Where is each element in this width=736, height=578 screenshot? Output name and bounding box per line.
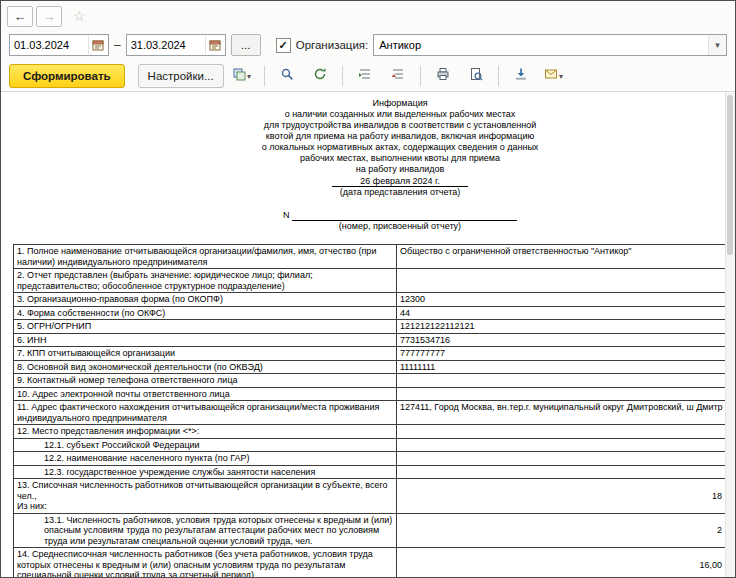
table-row: 12.1. субъект Российской Федерации	[14, 438, 726, 452]
table-row: 13.1. Численность работников, условия тр…	[14, 513, 726, 548]
row-value: 777777777	[397, 347, 726, 361]
collapse-groups-icon	[391, 67, 405, 85]
row-value: 121212122112121	[397, 320, 726, 334]
report-table-body: 1. Полное наименование отчитывающейся ор…	[14, 245, 726, 578]
table-row: 14. Среднесписочная численность работник…	[14, 548, 726, 578]
chevron-down-icon[interactable]: ▾	[708, 35, 726, 55]
report-title-line: о локальных нормативных актах, содержащи…	[73, 142, 727, 153]
row-value	[397, 452, 726, 466]
table-row: 9. Контактный номер телефона ответственн…	[14, 374, 726, 388]
report-table: 1. Полное наименование отчитывающейся ор…	[13, 244, 726, 578]
row-value: 2	[397, 513, 726, 548]
print-preview-button[interactable]	[461, 64, 491, 88]
date-to-input[interactable]	[127, 39, 205, 51]
print-button[interactable]	[428, 64, 458, 88]
date-range-separator: –	[114, 38, 121, 52]
settings-button[interactable]: Настройки...	[138, 64, 224, 88]
chevron-down-icon: ▾	[559, 72, 563, 81]
report-title-line: для трудоустройства инвалидов в соответс…	[73, 120, 727, 131]
table-row: 12.3. государственное учреждение службы …	[14, 465, 726, 479]
collapse-groups-button[interactable]	[383, 64, 413, 88]
table-row: 2. Отчет представлен (выбрать значение: …	[14, 269, 726, 293]
table-row: 11. Адрес фактического нахождения отчиты…	[14, 401, 726, 425]
row-label: 9. Контактный номер телефона ответственн…	[14, 374, 397, 388]
row-label: 13.1. Численность работников, условия тр…	[14, 513, 397, 548]
favorite-star-icon[interactable]: ☆	[73, 8, 86, 24]
chevron-down-icon: ▾	[247, 72, 251, 81]
row-value: 127411, Город Москва, вн.тер.г. муниципа…	[397, 401, 726, 425]
row-label: 12.1. субъект Российской Федерации	[14, 438, 397, 452]
envelope-icon	[544, 67, 558, 85]
download-icon	[514, 67, 528, 85]
row-value: 44	[397, 306, 726, 320]
date-from-field	[9, 34, 109, 56]
generate-button[interactable]: Сформировать	[9, 64, 125, 88]
expand-groups-icon	[358, 67, 372, 85]
report-title-line: квотой для приема на работу инвалидов, в…	[73, 131, 727, 142]
report-title-line: о наличии созданных или выделенных рабоч…	[73, 109, 727, 120]
report-number-line: N	[73, 210, 727, 221]
report-title-line: на работу инвалидов	[73, 164, 727, 175]
calendar-icon[interactable]	[88, 36, 107, 54]
row-value	[397, 374, 726, 388]
search-button[interactable]	[272, 64, 302, 88]
toolbar-separator	[498, 66, 499, 86]
row-label: 12.3. государственное учреждение службы …	[14, 465, 397, 479]
table-row: 4. Форма собственности (по ОКФС)44	[14, 306, 726, 320]
row-value: 12300	[397, 293, 726, 307]
row-label: 7. КПП отчитывающейся организации	[14, 347, 397, 361]
print-preview-icon	[469, 67, 483, 85]
filter-toolbar: – ... ✓ Организация: Антикор ▾	[1, 29, 735, 61]
organization-label: Организация:	[296, 39, 369, 51]
row-value: 18	[397, 479, 726, 514]
email-button[interactable]: ▾	[539, 64, 569, 88]
organization-combobox[interactable]: Антикор ▾	[373, 34, 727, 56]
report-date-line: 26 февраля 2024 г.	[73, 176, 727, 187]
row-value	[397, 425, 726, 439]
row-value: 11111111	[397, 360, 726, 374]
report-number-caption: (номер, присвоенный отчету)	[73, 221, 727, 232]
vertical-scrollbar[interactable]	[725, 92, 735, 578]
table-row: 3. Организационно-правовая форма (по ОКО…	[14, 293, 726, 307]
toolbar-separator	[264, 66, 265, 86]
report-date: 26 февраля 2024 г.	[332, 176, 468, 187]
row-value	[397, 438, 726, 452]
row-label: 3. Организационно-правовая форма (по ОКО…	[14, 293, 397, 307]
row-label: 5. ОГРН/ОГРНИП	[14, 320, 397, 334]
back-arrow-icon: ←	[14, 9, 27, 24]
table-row: 12.2. наименование населенного пункта (п…	[14, 452, 726, 466]
row-label: 8. Основной вид экономической деятельнос…	[14, 360, 397, 374]
table-row: 10. Адрес электронной почты ответственно…	[14, 387, 726, 401]
forward-button[interactable]: →	[36, 6, 62, 27]
toolbar-separator	[420, 66, 421, 86]
printer-icon	[436, 67, 450, 85]
search-icon	[280, 67, 294, 85]
row-label: 13. Списочная численность работников отч…	[14, 479, 397, 514]
row-label: 10. Адрес электронной почты ответственно…	[14, 387, 397, 401]
action-toolbar: Сформировать Настройки... ▾	[1, 61, 735, 92]
save-button[interactable]	[506, 64, 536, 88]
report-title-line: Информация	[73, 98, 727, 109]
row-label: 12.2. наименование населенного пункта (п…	[14, 452, 397, 466]
output-variant-button[interactable]: ▾	[227, 64, 257, 88]
row-label: 12. Место представления информации <*>:	[14, 425, 397, 439]
organization-checkbox[interactable]: ✓	[276, 38, 291, 53]
report-date-caption: (дата представления отчета)	[73, 187, 727, 198]
scrollbar-thumb[interactable]	[727, 95, 733, 255]
period-more-button[interactable]: ...	[231, 34, 261, 56]
report-window: ← → ☆ – ... ✓ Организация: Антикор ▾	[0, 0, 736, 578]
report-area: Информацияо наличии созданных или выделе…	[1, 92, 735, 578]
date-from-input[interactable]	[10, 39, 88, 51]
refresh-button[interactable]	[305, 64, 335, 88]
row-value	[397, 387, 726, 401]
calendar-icon[interactable]	[205, 36, 224, 54]
row-label: 14. Среднесписочная численность работник…	[14, 548, 397, 578]
table-row: 6. ИНН7731534716	[14, 333, 726, 347]
row-value	[397, 269, 726, 293]
table-row: 8. Основной вид экономической деятельнос…	[14, 360, 726, 374]
report-document: Информацияо наличии созданных или выделе…	[13, 98, 727, 578]
table-row: 5. ОГРН/ОГРНИП121212122112121	[14, 320, 726, 334]
expand-groups-button[interactable]	[350, 64, 380, 88]
toolbar-separator	[342, 66, 343, 86]
back-button[interactable]: ←	[7, 6, 33, 27]
